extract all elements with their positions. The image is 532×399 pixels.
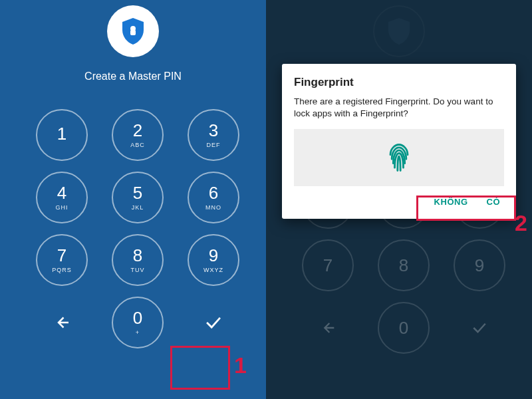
- highlight-step1-box: [170, 346, 230, 390]
- app-logo: [107, 5, 159, 57]
- fingerprint-area: [294, 129, 504, 186]
- step-label-2: 2: [515, 210, 527, 236]
- key-0[interactable]: 0+: [112, 297, 164, 348]
- key-7[interactable]: 7PQRS: [36, 234, 88, 286]
- key-4[interactable]: 4GHI: [36, 172, 88, 223]
- key-dim: 0: [378, 302, 430, 354]
- app-logo-wrap: [0, 0, 266, 57]
- pin-keypad: 1 2ABC 3DEF 4GHI 5JKL 6MNO 7PQRS 8TUV 9W…: [20, 92, 246, 348]
- shield-lock-icon: [117, 15, 149, 47]
- highlight-step2-box: [416, 196, 516, 221]
- key-2[interactable]: 2ABC: [112, 109, 164, 161]
- svg-rect-1: [130, 30, 136, 35]
- dialog-body: There are a registered Fingerprint. Do y…: [294, 96, 504, 120]
- confirm-dim: [454, 302, 505, 354]
- step-label-1: 1: [234, 352, 247, 378]
- key-5[interactable]: 5JKL: [112, 172, 164, 223]
- shield-lock-icon: [383, 15, 415, 47]
- confirm-button[interactable]: [188, 297, 239, 348]
- arrow-left-icon: [52, 313, 72, 332]
- back-button[interactable]: [36, 297, 88, 348]
- key-dim: 9: [454, 239, 505, 291]
- app-logo-wrap-dim: [266, 0, 532, 57]
- key-dim: 7: [302, 239, 354, 291]
- key-dim: 8: [378, 239, 430, 291]
- app-logo-dim: [373, 5, 425, 57]
- key-6[interactable]: 6MNO: [188, 172, 239, 223]
- key-3[interactable]: 3DEF: [188, 109, 239, 161]
- pin-setup-screen: Create a Master PIN 1 2ABC 3DEF 4GHI 5JK…: [0, 0, 266, 399]
- key-1[interactable]: 1: [36, 109, 88, 161]
- check-icon: [202, 311, 225, 334]
- fingerprint-icon: [382, 140, 416, 175]
- page-title: Create a Master PIN: [0, 70, 266, 82]
- back-dim: [302, 302, 354, 354]
- dialog-title: Fingerprint: [294, 76, 504, 89]
- key-9[interactable]: 9WXYZ: [188, 234, 239, 286]
- fingerprint-prompt-screen: 1 2 3 4 5 6 7 8 9 0 Fingerprint There ar…: [266, 0, 532, 399]
- key-8[interactable]: 8TUV: [112, 234, 164, 286]
